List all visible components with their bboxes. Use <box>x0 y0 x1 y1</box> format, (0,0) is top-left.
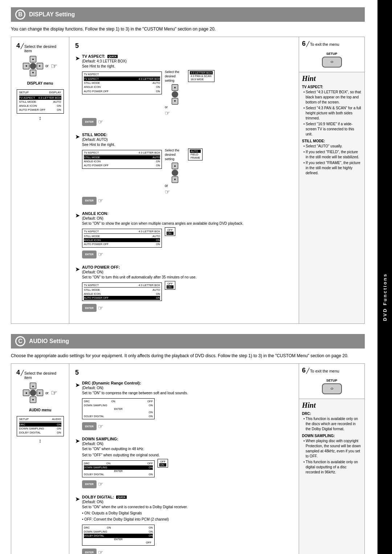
section-c-title: AUDIO Setting <box>29 338 69 345</box>
nav-remote-tv: ▲ ▼ <box>165 84 185 105</box>
down-sampling-arrow: ➤ <box>75 437 80 444</box>
nav-up-btn[interactable]: ▲ <box>30 56 36 62</box>
nav-center <box>30 63 36 69</box>
section-c-step5-panel: 5 ➤ DRC (Dynamic Range Control): (Defaul… <box>69 364 299 554</box>
step6-label-b: To exit the menu <box>310 42 339 46</box>
audio-menu-label: AUDIO menu <box>29 408 52 412</box>
auto-power-title: AUTO POWER OFF: <box>82 265 293 269</box>
step6-number-b: 6 <box>302 40 306 48</box>
tv-aspect-mini-menu: TV ASPECT TV ASPECT4:3 LETTER BOX STILL … <box>82 72 162 94</box>
step4-label: Select the desired item <box>24 44 64 53</box>
drc-enter: ENTER ☞ <box>82 422 293 430</box>
step4-number: 4 <box>16 42 20 50</box>
angle-icon-options: OFF ON <box>165 227 175 236</box>
nav-remote-c: ▲ ◄ ► ▼ <box>23 383 43 403</box>
step4-number-c: 4 <box>16 369 20 376</box>
down-sampling-block: ➤ DOWN SAMPLING: (Default: ON) Set to "O… <box>75 437 293 490</box>
section-b-intro: You can change the display functions. Fo… <box>11 26 365 32</box>
nav-left-btn[interactable]: ◄ <box>23 63 29 69</box>
hint-c-title: Hint <box>302 401 362 410</box>
hint-c-drc-bullet1: • This function is available only on the… <box>302 416 362 432</box>
scroll-indicator: ↕ <box>39 115 41 121</box>
drc-desc: Set to "ON" to compress the range betwee… <box>82 391 293 395</box>
quick-badge-tv: QUICK <box>107 55 118 58</box>
section-b-step5-panel: 5 ➤ TV ASPECT: QUICK (Default: 4:3 L <box>69 37 299 324</box>
tv-aspect-options: 4:3 LETTER BOX 4:3 PAN & SCAN 16:9 WIDE <box>188 70 215 82</box>
down-sampling-enter: ENTER ☞ <box>82 480 293 488</box>
down-sampling-desc1: Set to "ON" when outputting in 48 kHz. <box>82 447 293 451</box>
setup-button-shape-c[interactable]: ⬭ <box>322 383 342 394</box>
setup-button-shape[interactable]: ⬭ <box>322 57 342 68</box>
still-mode-default: (Default: AUTO) <box>82 138 293 142</box>
hand-enter-1: ☞ <box>98 118 103 125</box>
hint-b-still-bullet1: • Select "AUTO" usually. <box>302 144 362 149</box>
auto-power-enter: ENTER ☞ <box>82 304 293 312</box>
auto-power-default: (Default: ON) <box>82 270 293 274</box>
auto-power-options: OFF ON <box>165 281 175 290</box>
still-mode-block: ➤ STILL MODE: (Default: AUTO) See Hint t… <box>75 133 293 206</box>
dolby-bullet1: • ON: Outputs a Dolby Digital Signals <box>82 511 293 516</box>
audio-menu-downsampling: DOWN SAMPLING ON <box>19 427 61 431</box>
dolby-arrow: ➤ <box>75 496 80 502</box>
section-b-step4-panel: 4 ╱ Select the desired item ▲ <box>11 37 69 324</box>
display-menu-label: DISPLAY menu <box>27 81 53 85</box>
step4-label-c: Select the desired item <box>24 371 64 380</box>
still-mode-hint: See Hint to the right. <box>82 142 293 147</box>
hint-b-tv-aspect-label: TV ASPECT: <box>302 85 362 89</box>
still-mode-title: STILL MODE: <box>82 133 293 137</box>
hint-b-still-bullet3: • If you select "FRAME", the picture in … <box>302 160 362 176</box>
section-b-grid: 4 ╱ Select the desired item ▲ <box>11 37 365 324</box>
still-mode-enter: ENTER ☞ <box>82 197 293 205</box>
drc-block: ➤ DRC (Dynamic Range Control): (Default:… <box>75 381 293 432</box>
drc-default: (Default: ON) <box>82 386 293 390</box>
section-b-title: DISPLAY Setting <box>29 11 75 18</box>
dolby-digital-block: ➤ DOLBY DIGITAL: QUICK (Default: ON) Set… <box>75 495 293 554</box>
section-b-header: B DISPLAY Setting <box>11 7 365 22</box>
hint-c-downsampling-label: DOWN SAMPLING: <box>302 434 362 438</box>
section-c-step4-panel: 4 ╱ Select the desired item ▲ ◄ ► <box>11 364 69 554</box>
quick-badge-dolby: QUICK <box>116 496 127 499</box>
dvd-functions-sidebar: DVD Functions <box>377 0 392 554</box>
step5-number-b: 5 <box>75 42 79 50</box>
nav-right-btn[interactable]: ► <box>37 63 43 69</box>
tv-aspect-title: TV ASPECT: QUICK <box>82 54 293 58</box>
angle-icon-arrow: ➤ <box>75 212 80 219</box>
nav-remote: ▲ ◄ ► ▼ <box>23 56 43 76</box>
tv-aspect-arrow: ➤ <box>75 55 80 62</box>
drc-mini-menu: DRCONOFF DOWN SAMPLINGON ENTER ON DOLBY … <box>82 398 155 419</box>
angle-icon-block: ➤ ANGLE ICON: (Default: ON) Set to "ON" … <box>75 211 293 260</box>
angle-icon-title: ANGLE ICON: <box>82 211 293 216</box>
dolby-title: DOLBY DIGITAL: QUICK <box>82 495 293 499</box>
hand-icon-c: ☞ <box>51 388 57 397</box>
step6-label-c: To exit the menu <box>310 369 339 373</box>
or-text: or <box>45 64 49 68</box>
step5-number-c: 5 <box>75 369 79 376</box>
audio-menu-dolby: DOLBY DIGITAL ON <box>19 431 61 435</box>
section-c-hint: Hint DRC: • This function is available o… <box>299 399 364 554</box>
section-c-header: C AUDIO Setting <box>11 334 365 349</box>
tv-aspect-default: (Default: 4:3 LETTER BOX) <box>82 59 293 63</box>
hint-c-downsampling-bullet1: • When playing disc with copyright Prote… <box>302 439 362 459</box>
display-menu-box: SETUP DISPLAY TV ASPECT 4:3 LETTER BOX S… <box>17 89 64 114</box>
step4-remote: ▲ ◄ ► ▼ or <box>23 56 57 76</box>
auto-power-arrow: ➤ <box>75 266 80 273</box>
angle-icon-default: (Default: ON) <box>82 216 293 220</box>
drc-arrow: ➤ <box>75 382 80 388</box>
menu-row-angle-icon: ANGLE ICON ON <box>19 104 61 108</box>
menu-row-tv-aspect: TV ASPECT 4:3 LETTER BOX <box>19 96 61 100</box>
dolby-enter: ENTER ☞ <box>82 549 293 554</box>
angle-icon-desc: Set to "ON" to show the angle icon when … <box>82 221 293 226</box>
angle-icon-enter: ENTER ☞ <box>82 250 293 258</box>
audio-menu-box: SETUP AUDIO DRC ON DOWN SAMPLING ON <box>17 416 64 436</box>
dolby-mini-menu: DRCONON DOWN SAMPLINGON DOLBY DIGITALON … <box>82 525 155 546</box>
section-c: C AUDIO Setting Choose the appropriate a… <box>11 334 365 554</box>
nav-down-btn[interactable]: ▼ <box>30 70 36 76</box>
section-b-hint: Hint TV ASPECT: • Select "4:3 LETTER BOX… <box>299 72 364 324</box>
section-b-letter: B <box>15 9 25 20</box>
section-c-grid: 4 ╱ Select the desired item ▲ ◄ ► <box>11 363 365 554</box>
audio-menu-drc: DRC ON <box>19 423 61 427</box>
step4-remote-c: ▲ ◄ ► ▼ or ☞ <box>23 383 57 403</box>
still-mode-mini-menu: TV ASPECT4:3 LETTER BOX STILL MODEAUTO A… <box>82 150 162 169</box>
angle-icon-mini-menu: TV ASPECT4:3 LETTER BOX STILL MODEAUTO A… <box>82 229 162 248</box>
tv-aspect-enter: ENTER ☞ <box>82 118 293 126</box>
